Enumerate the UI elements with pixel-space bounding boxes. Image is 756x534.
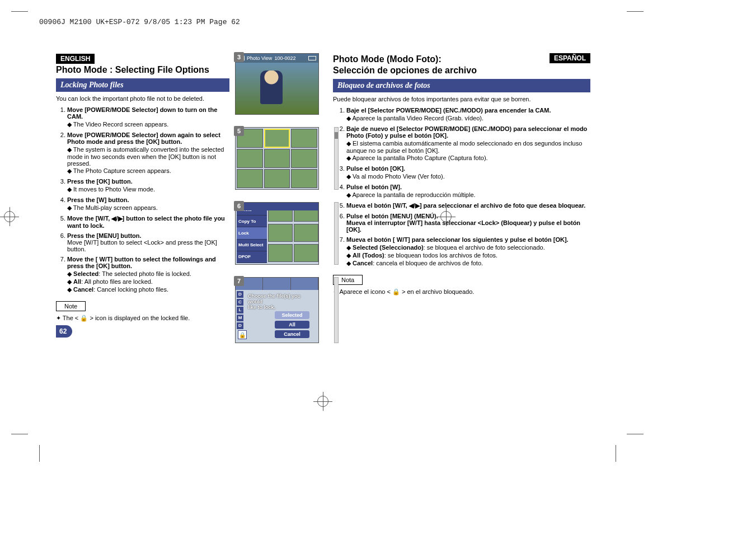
step-head: Press the [OK] button. <box>67 178 133 185</box>
step-head: Pulse el botón [MENU] (MENÚ). <box>346 213 438 219</box>
intro-en: You can lock the important photo file no… <box>56 95 229 102</box>
section-title-en: Photo Mode : Selecting File Options <box>56 65 229 75</box>
thumbnail-selected <box>264 129 290 148</box>
device-screen-6: 6 Delete Copy To Lock Multi Select DPOF <box>235 202 333 265</box>
photo-counter: 100-0022 <box>274 55 295 61</box>
registration-mark-icon <box>313 392 332 411</box>
step-4-en: Press the [W] button. The Multi-play scr… <box>67 196 229 212</box>
step-bullet: The Photo Capture screen appears. <box>67 167 229 175</box>
step-bullet: The Video Record screen appears. <box>67 121 229 128</box>
step-head: Press the [MENU] button. <box>67 232 142 239</box>
thumbnail <box>291 278 318 290</box>
screen-number: 3 <box>234 52 244 62</box>
step-bullet: Selected (Seleccionado): se bloquea el a… <box>346 244 590 251</box>
step-bullet: Selected: The selected photo file is loc… <box>67 270 229 278</box>
menu-side-letters: D C L M D <box>237 291 243 329</box>
step-bullet: Aparece la pantalla Video Record (Grab. … <box>346 115 590 122</box>
thumbnail <box>264 169 290 188</box>
step-bullet: It moves to Photo View mode. <box>67 186 229 193</box>
lock-icon: 🔒 <box>238 330 247 339</box>
menu-item-lock: Lock <box>237 227 267 239</box>
side-letter: D <box>237 291 243 298</box>
menu-list: Delete Copy To Lock Multi Select DPOF <box>237 204 267 263</box>
screen-number: 5 <box>234 126 244 136</box>
thumbnail <box>263 278 290 290</box>
device-screen-3: 3 Photo View 100-0022 <box>235 53 333 115</box>
thumbnail <box>268 244 293 262</box>
step-head: Press the [W] button. <box>67 196 129 203</box>
subsection-title-es: Bloqueo de archivos de fotos <box>333 79 590 92</box>
note-text-en: The < 🔒 > icon is displayed on the locke… <box>56 315 229 322</box>
step-7-en: Move the [ W/T] button to select the fol… <box>67 256 229 293</box>
step-2-es: Baje de nuevo el [Selector POWER/MODE] (… <box>346 125 590 162</box>
scrollbar-icon <box>334 127 339 190</box>
note-label-en: Note <box>56 301 86 311</box>
photo-subject <box>260 71 283 104</box>
thumbnail <box>237 149 263 168</box>
step-bullet: The system is automatically converted in… <box>67 146 229 167</box>
english-column: ENGLISH Photo Mode : Selecting File Opti… <box>56 53 229 355</box>
step-bullet: Va al modo Photo View (Ver foto). <box>346 173 590 180</box>
screen-number: 7 <box>234 276 244 286</box>
option-cancel: Cancel <box>275 330 309 338</box>
thumbnail <box>291 129 317 148</box>
menu-item-multiselect: Multi Select <box>237 240 267 251</box>
step-head: Pulse el botón [OK]. <box>346 165 405 172</box>
step-7-es: Mueva el botón [ W/T] para seleccionar l… <box>346 236 590 267</box>
step-5-en: Move the [W/T, ◀/▶] button to select the… <box>67 215 229 229</box>
step-6-en: Press the [MENU] button. Move [W/T] butt… <box>67 232 229 252</box>
print-header: 00906J M2100 UK+ESP-072 9/8/05 1:23 PM P… <box>39 18 240 26</box>
step-4-es: Pulse el botón [W]. Aparece la pantalla … <box>346 184 590 199</box>
thumbnail <box>294 224 318 242</box>
step-head: Move the [ W/T] button to select the fol… <box>67 256 216 269</box>
step-bullet: The Multi-play screen appears. <box>67 204 229 212</box>
thumbnail <box>291 149 317 168</box>
step-extra: Move [W/T] button to select <Lock> and p… <box>67 239 217 252</box>
crop-mark-icon <box>604 0 627 22</box>
scrollbar-icon <box>334 202 339 265</box>
option-all: All <box>275 321 309 329</box>
step-bullet: Cancel: cancela el bloqueo de archivos d… <box>346 260 590 267</box>
step-head: Move the [W/T, ◀/▶] button to select the… <box>67 215 225 229</box>
step-bullet: Aparece la pantalla Photo Capture (Captu… <box>346 154 590 162</box>
option-selected: Selected <box>275 311 309 319</box>
menu-topstrip <box>236 203 318 210</box>
step-bullet: Aparece la pantalla de reproducción múlt… <box>346 191 590 199</box>
side-letter: L <box>237 307 243 313</box>
step-head: Mueva el botón [W/T, ◀/▶] para seleccion… <box>346 202 585 209</box>
scrollbar-icon <box>334 277 339 343</box>
thumbnail <box>294 244 318 262</box>
page-number: 62 <box>56 325 72 338</box>
step-bullet: All: All photo files are locked. <box>67 278 229 285</box>
thumbnail <box>291 169 317 188</box>
device-screen-7: 7 D C L M D Choose the fi <box>235 277 333 343</box>
spanish-column: Photo Mode (Modo Foto): Selección de opc… <box>333 53 590 355</box>
steps-list-es: Baje el [Selector POWER/MODE] (ENC./MODO… <box>333 107 590 267</box>
step-head: Move [POWER/MODE Selector] down to turn … <box>67 106 217 120</box>
lang-tag-english: ENGLISH <box>56 54 95 64</box>
step-extra: Mueva el interruptor [W/T] hasta selecci… <box>346 219 580 233</box>
menu-item-dpof: DPOF <box>237 251 267 263</box>
crop-mark-icon <box>604 423 627 445</box>
step-1-en: Move [POWER/MODE Selector] down to turn … <box>67 106 229 128</box>
step-head: Mueva el botón [ W/T] para seleccionar l… <box>346 236 569 243</box>
step-2-en: Move [POWER/MODE Selector] down again to… <box>67 132 229 175</box>
side-letter: M <box>237 315 243 321</box>
section-title-es-1: Photo Mode (Modo Foto): <box>333 54 477 64</box>
step-bullet: Cancel: Cancel locking photo files. <box>67 286 229 293</box>
step-bullet: All (Todos): se bloquean todos los archi… <box>346 252 590 259</box>
screen-number: 6 <box>234 201 244 211</box>
steps-list-en: Move [POWER/MODE Selector] down to turn … <box>56 106 229 293</box>
section-title-es-2: Selección de opciones de archivo <box>333 65 477 76</box>
photo-view-label: Photo View <box>247 55 272 61</box>
thumbnail <box>264 149 290 168</box>
step-head: Move [POWER/MODE Selector] down again to… <box>67 132 220 145</box>
step-6-es: Pulse el botón [MENU] (MENÚ). Mueva el i… <box>346 213 590 233</box>
step-1-es: Baje el [Selector POWER/MODE] (ENC./MODO… <box>346 107 590 122</box>
step-head: Pulse el botón [W]. <box>346 184 402 190</box>
device-screens-column: 3 Photo View 100-0022 5 <box>235 53 333 355</box>
side-letter: D <box>237 322 243 329</box>
step-head: Baje de nuevo el [Selector POWER/MODE] (… <box>346 125 587 139</box>
battery-icon <box>308 56 316 60</box>
step-5-es: Mueva el botón [W/T, ◀/▶] para seleccion… <box>346 202 590 209</box>
